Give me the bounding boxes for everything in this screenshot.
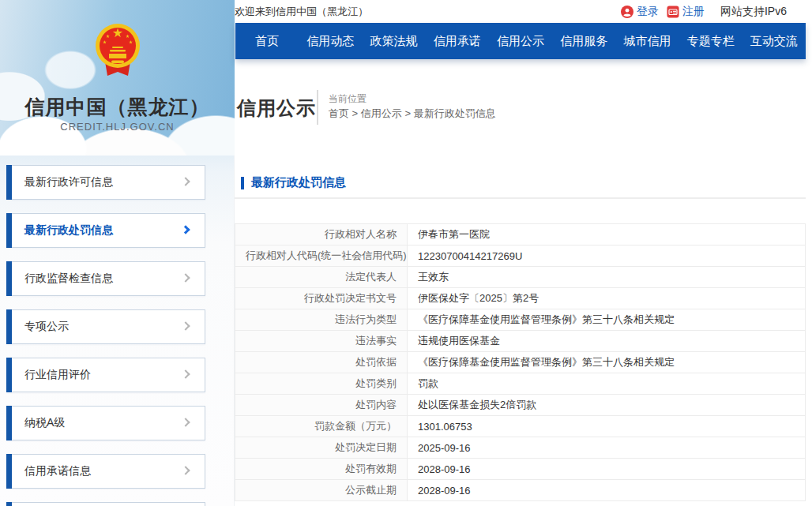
sidebar-item-label: 最新行政许可信息 xyxy=(24,175,113,189)
breadcrumb[interactable]: 首页 > 信用公示 > 最新行政处罚信息 xyxy=(329,107,496,121)
row-label: 处罚内容 xyxy=(235,395,408,416)
table-row: 行政相对人名称 伊春市第一医院 xyxy=(235,224,806,246)
chevron-right-icon xyxy=(181,466,190,474)
sidebar-item-industry-credit-rating[interactable]: 行业信用评价 xyxy=(6,358,205,392)
accent-bar xyxy=(6,406,12,440)
accent-bar xyxy=(6,309,12,344)
national-emblem-icon xyxy=(95,22,141,81)
content-title-row: 最新行政处罚信息 xyxy=(241,175,346,190)
row-label: 违法行为类型 xyxy=(235,309,408,331)
head-divider xyxy=(317,90,318,125)
nav-item-credit-services[interactable]: 信用服务 xyxy=(552,23,615,59)
sidebar-menu: 最新行政许可信息 最新行政处罚信息 行政监督检查信息 专项公示 行业信用评价 纳… xyxy=(6,165,205,506)
nav-item-special-topics[interactable]: 专题专栏 xyxy=(679,23,742,59)
row-value: 1301.06753 xyxy=(408,416,806,437)
row-label: 法定代表人 xyxy=(235,267,408,288)
page-title: 信用公示 xyxy=(237,96,316,121)
sidebar-item-supervision-checks[interactable]: 行政监督检查信息 xyxy=(6,261,205,296)
chevron-right-icon xyxy=(181,225,190,234)
row-value: 2028-09-16 xyxy=(408,459,806,480)
nav-item-policies[interactable]: 政策法规 xyxy=(362,23,425,59)
table-row: 罚款金额（万元） 1301.06753 xyxy=(235,416,806,437)
title-accent-bar xyxy=(241,177,244,189)
accent-bar xyxy=(6,454,12,489)
accent-bar xyxy=(6,502,12,506)
sidebar-item-tax-grade-a[interactable]: 纳税A级 xyxy=(6,406,205,440)
login-user-icon xyxy=(621,6,633,18)
register-label: 注册 xyxy=(682,5,705,19)
sidebar-item-special-publicity[interactable]: 专项公示 xyxy=(6,309,205,344)
chevron-right-icon xyxy=(181,273,190,282)
nav-item-interaction[interactable]: 互动交流 xyxy=(742,23,806,59)
topbar-right-group: 登录 注册 网站支持IPv6 xyxy=(621,5,812,19)
penalty-detail-table: 行政相对人名称 伊春市第一医院 行政相对人代码(统一社会信用代码) 122307… xyxy=(235,223,806,501)
login-link[interactable]: 登录 xyxy=(621,5,659,19)
register-id-icon xyxy=(667,6,679,18)
row-value: 《医疗保障基金使用监督管理条例》第三十八条相关规定 xyxy=(408,309,806,331)
nav-item-credit-commitment[interactable]: 信用承诺 xyxy=(426,23,489,59)
row-label: 处罚依据 xyxy=(235,352,408,373)
table-row: 处罚内容 处以医保基金损失2倍罚款 xyxy=(235,395,806,416)
row-label: 处罚类别 xyxy=(235,373,408,395)
accent-bar xyxy=(6,261,12,296)
sidebar-item-label: 纳税A级 xyxy=(24,416,65,430)
chevron-right-icon xyxy=(181,177,190,186)
row-label: 违法事实 xyxy=(235,331,408,352)
sidebar-item-label: 行业信用评价 xyxy=(24,368,91,382)
row-label: 行政相对人名称 xyxy=(235,224,408,246)
content-divider xyxy=(235,197,806,199)
table-row: 公示截止期 2028-09-16 xyxy=(235,480,806,501)
row-label: 行政相对人代码(统一社会信用代码) xyxy=(235,246,408,267)
nav-item-home[interactable]: 首页 xyxy=(235,23,299,59)
sidebar-item-latest-penalties[interactable]: 最新行政处罚信息 xyxy=(6,213,205,248)
sidebar-item-label: 行政监督检查信息 xyxy=(24,272,113,286)
row-value: 罚款 xyxy=(408,373,806,395)
current-location-label: 当前位置 xyxy=(329,92,367,106)
sidebar-item-credit-commitment[interactable]: 信用承诺信息 xyxy=(6,454,205,489)
row-label: 处罚有效期 xyxy=(235,459,408,480)
site-title: 信用中国（黑龙江） xyxy=(0,94,235,120)
row-value: 违规使用医保基金 xyxy=(408,331,806,352)
row-value: 处以医保基金损失2倍罚款 xyxy=(408,395,806,416)
sidebar-item-label: 最新行政处罚信息 xyxy=(24,223,113,238)
table-row: 处罚决定日期 2025-09-16 xyxy=(235,437,806,459)
row-value: 王效东 xyxy=(408,267,806,288)
row-value: 12230700414217269U xyxy=(408,246,806,267)
brand-panel: 信用中国（黑龙江） CREDIT.HLJ.GOV.CN 最新行政许可信息 最新行… xyxy=(0,0,235,506)
table-row: 行政处罚决定书文号 伊医保处字〔2025〕第2号 xyxy=(235,288,806,309)
row-label: 行政处罚决定书文号 xyxy=(235,288,408,309)
table-row: 违法行为类型 《医疗保障基金使用监督管理条例》第三十八条相关规定 xyxy=(235,309,806,331)
nav-item-city-credit[interactable]: 城市信用 xyxy=(615,23,679,59)
site-domain: CREDIT.HLJ.GOV.CN xyxy=(0,121,235,133)
sidebar-item-label: 信用承诺信息 xyxy=(24,464,91,478)
ipv6-support-label: 网站支持IPv6 xyxy=(720,5,787,19)
row-value: 伊医保处字〔2025〕第2号 xyxy=(408,288,806,309)
row-label: 处罚决定日期 xyxy=(235,437,408,459)
table-row: 法定代表人 王效东 xyxy=(235,267,806,288)
top-utility-bar: 欢迎来到信用中国（黑龙江） 登录 注 xyxy=(235,0,812,23)
sidebar-item-latest-permits[interactable]: 最新行政许可信息 xyxy=(6,165,205,200)
table-row: 处罚依据 《医疗保障基金使用监督管理条例》第三十八条相关规定 xyxy=(235,352,806,373)
content-title: 最新行政处罚信息 xyxy=(251,175,346,190)
sidebar-item-label: 专项公示 xyxy=(24,320,69,334)
accent-bar xyxy=(6,358,12,392)
accent-bar xyxy=(6,165,12,200)
table-row: 违法事实 违规使用医保基金 xyxy=(235,331,806,352)
table-row: 处罚有效期 2028-09-16 xyxy=(235,459,806,480)
main-navbar: 首页 信用动态 政策法规 信用承诺 信用公示 信用服务 城市信用 专题专栏 互动… xyxy=(235,23,806,59)
chevron-right-icon xyxy=(181,418,190,426)
row-value: 伊春市第一医院 xyxy=(408,224,806,246)
row-value: 2028-09-16 xyxy=(408,480,806,501)
nav-item-credit-publicity[interactable]: 信用公示 xyxy=(489,23,552,59)
register-link[interactable]: 注册 xyxy=(667,5,705,19)
table-row: 行政相对人代码(统一社会信用代码) 12230700414217269U xyxy=(235,246,806,267)
row-label: 罚款金额（万元） xyxy=(235,416,408,437)
row-label: 公示截止期 xyxy=(235,480,408,501)
sidebar-item-partial[interactable] xyxy=(6,502,205,506)
row-value: 2025-09-16 xyxy=(408,437,806,459)
chevron-right-icon xyxy=(181,321,190,330)
chevron-right-icon xyxy=(181,369,190,378)
login-label: 登录 xyxy=(637,5,659,19)
table-row: 处罚类别 罚款 xyxy=(235,373,806,395)
nav-item-credit-news[interactable]: 信用动态 xyxy=(299,23,362,59)
